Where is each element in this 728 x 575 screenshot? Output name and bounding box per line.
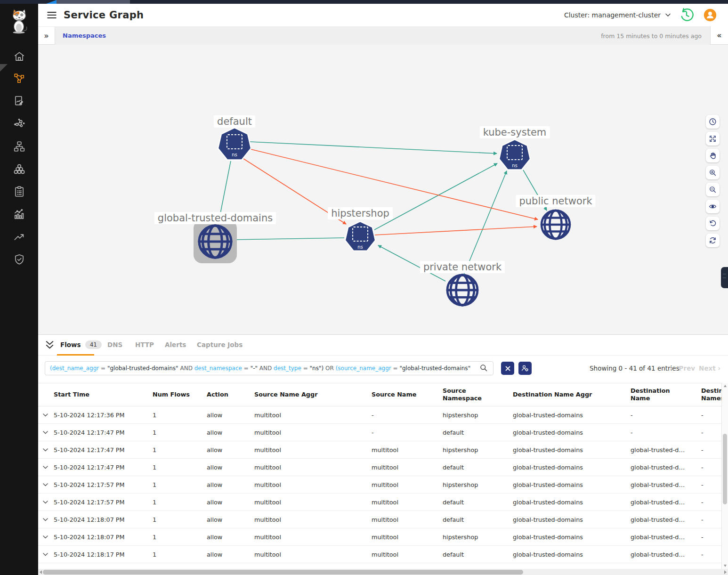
table-cell: global-trusted-domains xyxy=(513,551,631,558)
col-num-flows[interactable]: Num Flows xyxy=(153,391,207,398)
row-expand-chevron-icon[interactable] xyxy=(43,413,54,417)
clear-filter-button[interactable] xyxy=(501,362,514,375)
fit-to-screen-button[interactable] xyxy=(706,132,720,146)
tab-capture-jobs[interactable]: Capture Jobs xyxy=(197,341,243,348)
row-expand-chevron-icon[interactable] xyxy=(43,500,54,504)
graph-node-hipstershop[interactable]: ns xyxy=(345,221,375,251)
col-destination-name[interactable]: Destination Name xyxy=(631,387,701,402)
table-row[interactable]: 5-10-2024 12:17:47 PM1allowmultitool-def… xyxy=(38,424,721,441)
tab-flows[interactable]: Flows41 xyxy=(60,341,102,349)
sidebar-item-clusters[interactable] xyxy=(0,158,38,180)
row-expand-chevron-icon[interactable] xyxy=(43,448,54,452)
sidebar-item-dashboards[interactable] xyxy=(0,203,38,225)
row-expand-chevron-icon[interactable] xyxy=(43,518,54,522)
collapse-right-panel-button[interactable]: « xyxy=(710,26,728,45)
col-destination-name-aggr[interactable]: Destination Name Aggr xyxy=(513,391,631,398)
undo-button[interactable] xyxy=(706,217,720,230)
filter-token: OR xyxy=(325,365,334,372)
edge-hipstershop-to-global-trusted-domains[interactable] xyxy=(233,238,344,240)
table-cell: global-trusted-domains xyxy=(513,464,631,471)
vertical-scroll-thumb[interactable] xyxy=(723,434,727,504)
row-expand-chevron-icon[interactable] xyxy=(43,430,54,435)
edge-default-to-public-network[interactable] xyxy=(251,149,538,219)
horizontal-scrollbar[interactable] xyxy=(38,569,728,575)
graph-node-public-network[interactable] xyxy=(542,211,570,239)
graph-node-private-network[interactable] xyxy=(447,275,477,305)
vertical-scrollbar[interactable] xyxy=(721,383,728,569)
cluster-selector[interactable]: Cluster: management-cluster xyxy=(564,11,671,19)
table-cell: default xyxy=(443,516,513,523)
sidebar-item-networks[interactable] xyxy=(0,136,38,157)
sidebar-item-policies[interactable] xyxy=(0,90,38,112)
pan-button[interactable] xyxy=(706,149,720,162)
col-source-name-aggr[interactable]: Source Name Aggr xyxy=(254,391,372,398)
row-expand-chevron-icon[interactable] xyxy=(43,552,54,557)
sidebar-item-security[interactable] xyxy=(0,249,38,270)
table-row[interactable]: 5-10-2024 12:18:07 PM1allowmultitoolmult… xyxy=(38,528,721,546)
show-hide-button[interactable] xyxy=(706,200,720,213)
tab-dns[interactable]: DNS xyxy=(107,341,122,348)
table-row[interactable]: 5-10-2024 12:17:57 PM1allowmultitoolmult… xyxy=(38,494,721,511)
scroll-right-arrow[interactable] xyxy=(724,570,727,574)
zoom-in-button[interactable] xyxy=(706,166,720,179)
table-cell: multitool xyxy=(372,516,443,523)
tab-http[interactable]: HTTP xyxy=(135,341,154,348)
scroll-down-arrow[interactable] xyxy=(724,565,727,567)
expand-side-panel-button[interactable]: » xyxy=(38,27,55,45)
sidebar-item-home[interactable] xyxy=(0,46,38,67)
scroll-up-arrow[interactable] xyxy=(724,385,727,387)
horizontal-scroll-thumb[interactable] xyxy=(43,570,523,575)
table-row[interactable]: 5-10-2024 12:18:07 PM1allowmultitoolmult… xyxy=(38,511,721,528)
edge-hipstershop-to-kube-system[interactable] xyxy=(374,163,497,230)
col-destination-namespace[interactable]: Destination Namespace xyxy=(701,387,723,402)
fit-screen-icon xyxy=(709,135,717,143)
row-expand-chevron-icon[interactable] xyxy=(43,483,54,487)
service-graph-canvas[interactable]: nsnsns defaultkube-systemhipstershopglob… xyxy=(38,45,728,334)
zoom-out-button[interactable] xyxy=(706,183,720,196)
edge-private-network-to-kube-system[interactable] xyxy=(464,171,507,275)
pagination-summary: Showing 0 - 41 of 41 entries xyxy=(590,364,679,372)
flow-filter-input[interactable]: (dest_name_aggr = "global-trusted-domain… xyxy=(45,361,493,375)
table-row[interactable]: 5-10-2024 12:17:47 PM1allowmultitoolmult… xyxy=(38,441,721,459)
policies-icon xyxy=(13,95,25,107)
hamburger-menu-button[interactable] xyxy=(46,9,58,21)
graph-node-kube-system[interactable]: ns xyxy=(499,139,530,170)
next-button[interactable]: Next xyxy=(699,364,716,372)
history-button[interactable] xyxy=(679,8,694,23)
col-start-time[interactable]: Start Time xyxy=(54,391,153,398)
table-cell: 1 xyxy=(153,551,207,558)
tab-alerts[interactable]: Alerts xyxy=(165,341,186,348)
edge-hipstershop-to-public-network[interactable] xyxy=(374,227,537,235)
table-cell: - xyxy=(631,429,701,436)
sidebar-item-compliance-reports[interactable] xyxy=(0,181,38,202)
panel-collapse-button[interactable] xyxy=(46,341,54,351)
scroll-left-arrow[interactable] xyxy=(40,570,42,574)
timeline-button[interactable] xyxy=(706,115,720,129)
sidebar-item-activity[interactable] xyxy=(0,226,38,248)
edge-default-to-kube-system[interactable] xyxy=(250,142,497,154)
table-row[interactable]: 5-10-2024 12:18:17 PM1allowmultitoolmult… xyxy=(38,546,721,563)
user-avatar[interactable] xyxy=(703,8,718,23)
graph-node-default[interactable]: ns xyxy=(218,128,251,160)
browser-tab[interactable] xyxy=(57,0,130,4)
breadcrumb-namespaces[interactable]: Namespaces xyxy=(63,32,106,39)
row-expand-chevron-icon[interactable] xyxy=(43,535,54,539)
right-panel-handle[interactable] xyxy=(721,267,728,288)
sidebar-item-endpoints[interactable] xyxy=(0,113,38,135)
sidebar-item-service-graph[interactable] xyxy=(0,67,38,89)
edge-default-to-global-trusted-domains[interactable] xyxy=(219,161,231,218)
graph-node-global-trusted-domains[interactable] xyxy=(194,220,237,263)
table-row[interactable]: 5-10-2024 12:17:57 PM1allowmultitoolmult… xyxy=(38,476,721,494)
col-action[interactable]: Action xyxy=(207,391,254,398)
search-icon[interactable] xyxy=(480,364,487,372)
row-expand-chevron-icon[interactable] xyxy=(43,465,54,470)
table-cell: global-trusted-domains xyxy=(513,429,631,436)
refresh-button[interactable] xyxy=(706,234,720,247)
table-row[interactable]: 5-10-2024 12:17:47 PM1allowmultitoolmult… xyxy=(38,459,721,476)
col-source-name[interactable]: Source Name xyxy=(372,391,443,398)
table-row[interactable]: 5-10-2024 12:17:36 PM1allowmultitool-hip… xyxy=(38,406,721,424)
prev-button[interactable]: Prev xyxy=(679,364,696,372)
column-settings-button[interactable] xyxy=(518,362,532,375)
col-source-namespace[interactable]: Source Namespace xyxy=(443,387,513,402)
calico-cat-logo[interactable] xyxy=(8,8,30,34)
